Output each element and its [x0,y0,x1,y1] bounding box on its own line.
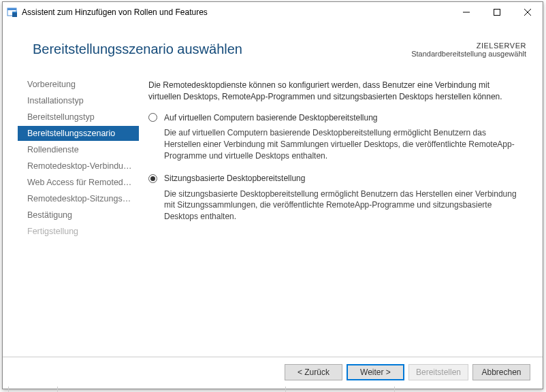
svg-rect-3 [12,12,17,13]
window-controls [451,2,543,22]
deploy-button: Bereitstellen [408,364,468,380]
titlebar-text: Assistent zum Hinzufügen von Rollen und … [22,7,208,17]
sidebar-item-web-access[interactable]: Web Access für Remotedesktop [22,175,139,190]
sidebar-item-bestaetigung[interactable]: Bestätigung [22,208,139,223]
app-icon [7,7,18,18]
radio-vm-based[interactable] [148,113,157,122]
main-pane: Die Remotedesktopdienste können so konfi… [139,71,543,357]
wizard-window: Assistent zum Hinzufügen von Rollen und … [2,1,543,389]
svg-rect-5 [494,10,500,16]
close-button[interactable] [512,2,543,22]
target-info: ZIELSERVER Standardbereitstellung ausgew… [411,42,526,58]
minimize-button[interactable] [451,2,481,22]
content: Vorbereitung Installationstyp Bereitstel… [3,65,543,357]
sidebar-item-installationstyp[interactable]: Installationstyp [22,93,139,108]
next-button[interactable]: Weiter > [347,364,404,380]
footer: < Zurück Weiter > Bereitstellen Abbreche… [3,357,543,389]
option-vm-based-desc: Die auf virtuellen Computern basierende … [148,127,524,161]
svg-rect-1 [7,8,16,10]
maximize-button[interactable] [481,2,512,22]
option-session-based[interactable]: Sitzungsbasierte Desktopbereitstellung D… [148,173,524,223]
sidebar-item-vorbereitung[interactable]: Vorbereitung [22,77,139,92]
back-button[interactable]: < Zurück [285,364,342,380]
cancel-button[interactable]: Abbrechen [472,364,530,380]
header: Bereitstellungsszenario auswählen ZIELSE… [3,22,543,65]
sidebar-item-rd-verbindungsbroker[interactable]: Remotedesktop-Verbindungsbroker [22,159,139,174]
sidebar-item-rollendienste[interactable]: Rollendienste [22,142,139,157]
sidebar-item-rd-sitzungshost[interactable]: Remotedesktop-Sitzungshost [22,191,139,206]
target-value: Standardbereitstellung ausgewählt [411,50,526,58]
sidebar: Vorbereitung Installationstyp Bereitstel… [3,71,139,357]
radio-session-based[interactable] [148,174,157,183]
sidebar-item-fertigstellung: Fertigstellung [22,224,139,239]
page-title: Bereitstellungsszenario auswählen [33,42,242,57]
option-session-based-label: Sitzungsbasierte Desktopbereitstellung [164,173,305,184]
sidebar-item-bereitstellungstyp[interactable]: Bereitstellungstyp [22,110,139,125]
target-label: ZIELSERVER [411,42,526,50]
option-session-based-desc: Die sitzungsbasierte Desktopbereitstellu… [148,189,524,223]
option-vm-based-label: Auf virtuellen Computern basierende Desk… [164,112,378,124]
intro-text: Die Remotedesktopdienste können so konfi… [148,80,524,103]
titlebar: Assistent zum Hinzufügen von Rollen und … [3,2,543,22]
sidebar-item-bereitstellungsszenario[interactable]: Bereitstellungsszenario [18,126,139,141]
option-vm-based[interactable]: Auf virtuellen Computern basierende Desk… [148,112,524,162]
background-grid [2,387,543,392]
